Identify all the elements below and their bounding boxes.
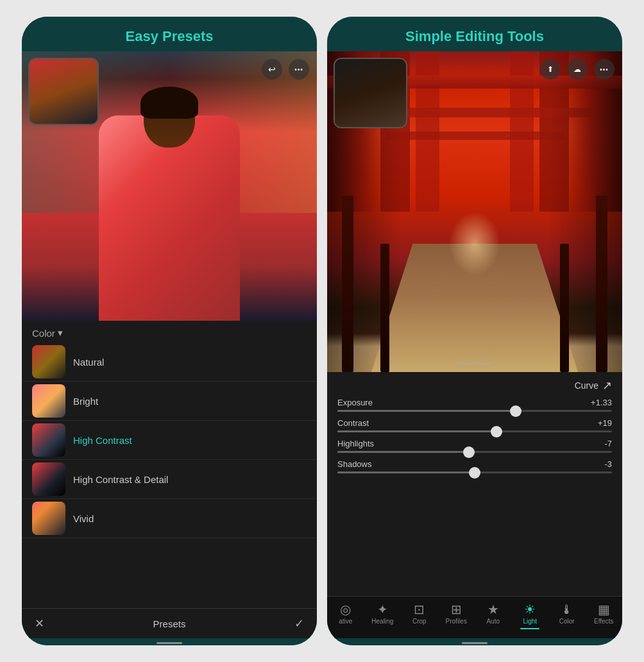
adaptive-label: ative (339, 618, 352, 625)
auto-icon: ★ (487, 603, 499, 616)
preset-name-bright: Bright (73, 396, 98, 407)
left-thumbnail (28, 58, 99, 125)
shadows-thumb[interactable] (469, 467, 480, 479)
edit-toolbar: ◎ ative ✦ Healing ⊡ Crop ⊞ Profiles ★ (327, 596, 622, 638)
right-more-button[interactable]: ••• (594, 59, 614, 80)
contrast-track[interactable] (337, 430, 612, 432)
tool-auto[interactable]: ★ Auto (475, 600, 512, 632)
profiles-icon: ⊞ (451, 603, 462, 616)
right-scroll-indicator (462, 642, 487, 644)
preset-thumb-highcontrast (32, 423, 65, 457)
preset-natural[interactable]: Natural (22, 343, 317, 382)
center-glow (449, 212, 500, 276)
effects-label: Effects (594, 618, 613, 625)
shadows-slider-row: Shadows -3 (337, 459, 612, 473)
left-phone-title: Easy Presets (22, 28, 317, 45)
preset-list: Natural Bright High Contrast (22, 343, 317, 538)
left-phone: Easy Presets (22, 17, 317, 645)
scroll-indicator (157, 642, 182, 644)
right-phone: Simple Editing Tools (327, 17, 622, 645)
color-label: Color (559, 618, 575, 625)
exposure-track[interactable] (337, 410, 612, 412)
tool-profiles[interactable]: ⊞ Profiles (438, 600, 475, 632)
exposure-fill (337, 410, 516, 412)
right-photo-area: ⬆ ☁ ••• (327, 51, 622, 372)
contrast-label: Contrast (337, 418, 369, 428)
main-container: Easy Presets (0, 0, 644, 662)
exposure-slider-row: Exposure +1.33 (337, 398, 612, 412)
curve-label: Curve (575, 380, 598, 391)
left-phone-header: Easy Presets (22, 17, 317, 51)
shadows-value: -3 (604, 459, 612, 469)
light-active-indicator (520, 628, 539, 629)
preset-high-contrast-detail[interactable]: High Contrast & Detail (22, 460, 317, 499)
undo-button[interactable]: ↩ (262, 59, 282, 80)
right-phone-content: ⬆ ☁ ••• Curve ↗ (327, 51, 622, 645)
tool-effects[interactable]: ▦ Effects (586, 600, 623, 632)
shadows-fill (337, 471, 475, 473)
highlights-label: Highlights (337, 439, 374, 448)
preset-high-contrast[interactable]: High Contrast (22, 421, 317, 460)
highlights-track[interactable] (337, 451, 612, 453)
exposure-thumb[interactable] (510, 405, 521, 417)
preset-name-natural: Natural (73, 357, 104, 368)
right-thumbnail (334, 58, 407, 128)
contrast-slider-row: Contrast +19 (337, 418, 612, 432)
shadows-track[interactable] (337, 471, 612, 473)
tool-healing[interactable]: ✦ Healing (364, 600, 402, 632)
contrast-fill (337, 430, 496, 432)
more-button[interactable]: ••• (289, 59, 309, 80)
preset-bright[interactable]: Bright (22, 382, 317, 421)
presets-panel: Color ▾ Natural Bright (22, 321, 317, 608)
healing-icon: ✦ (377, 603, 388, 616)
highlights-value: -7 (604, 439, 612, 448)
left-phone-content: ↩ ••• Color ▾ (22, 51, 317, 645)
presets-label: Presets (153, 618, 186, 629)
right-thumbnail-inner (335, 59, 406, 127)
confirm-button[interactable]: ✓ (294, 616, 304, 631)
tool-adaptive[interactable]: ◎ ative (327, 600, 364, 632)
cloud-button[interactable]: ☁ (567, 59, 588, 80)
curve-icon: ↗ (602, 378, 612, 393)
color-icon: 🌡 (561, 603, 573, 616)
tool-light[interactable]: ☀ Light (512, 600, 549, 632)
right-phone-header: Simple Editing Tools (327, 17, 622, 51)
curve-header: Curve ↗ (337, 378, 612, 393)
preset-name-highcontrast: High Contrast (73, 435, 132, 446)
auto-label: Auto (486, 618, 500, 625)
presets-category[interactable]: Color ▾ (22, 321, 317, 343)
preset-vivid[interactable]: Vivid (22, 499, 317, 538)
crop-label: Crop (412, 618, 427, 625)
crop-icon: ⊡ (414, 603, 425, 616)
preset-name-hcd: High Contrast & Detail (73, 474, 168, 485)
preset-thumb-vivid (32, 502, 65, 535)
close-button[interactable]: ✕ (35, 616, 44, 631)
shadows-label: Shadows (337, 459, 371, 469)
tool-color[interactable]: 🌡 Color (548, 600, 586, 632)
light-label: Light (523, 618, 537, 625)
effects-icon: ▦ (598, 603, 610, 616)
contrast-value: +19 (598, 418, 612, 428)
exposure-label: Exposure (337, 398, 373, 407)
light-icon: ☀ (524, 603, 536, 616)
profiles-label: Profiles (446, 618, 467, 625)
exposure-value: +1.33 (591, 398, 612, 407)
highlights-thumb[interactable] (463, 446, 475, 458)
highlights-fill (337, 451, 469, 453)
preset-thumb-hcd (32, 463, 65, 496)
highlights-slider-row: Highlights -7 (337, 439, 612, 453)
edit-panel: Curve ↗ Exposure +1.33 Con (327, 372, 622, 596)
healing-label: Healing (371, 618, 393, 625)
preset-thumb-bright (32, 384, 65, 418)
preset-name-vivid: Vivid (73, 513, 94, 524)
adaptive-icon: ◎ (340, 603, 351, 616)
left-top-icons: ↩ ••• (262, 59, 309, 80)
preset-thumb-natural (32, 345, 65, 378)
contrast-thumb[interactable] (491, 426, 502, 437)
presets-bottom-bar: ✕ Presets ✓ (22, 608, 317, 638)
left-photo-area: ↩ ••• (22, 51, 317, 321)
right-phone-title: Simple Editing Tools (327, 28, 622, 45)
right-top-icons: ⬆ ☁ ••• (540, 59, 614, 80)
share-button[interactable]: ⬆ (540, 59, 561, 80)
tool-crop[interactable]: ⊡ Crop (401, 600, 438, 632)
